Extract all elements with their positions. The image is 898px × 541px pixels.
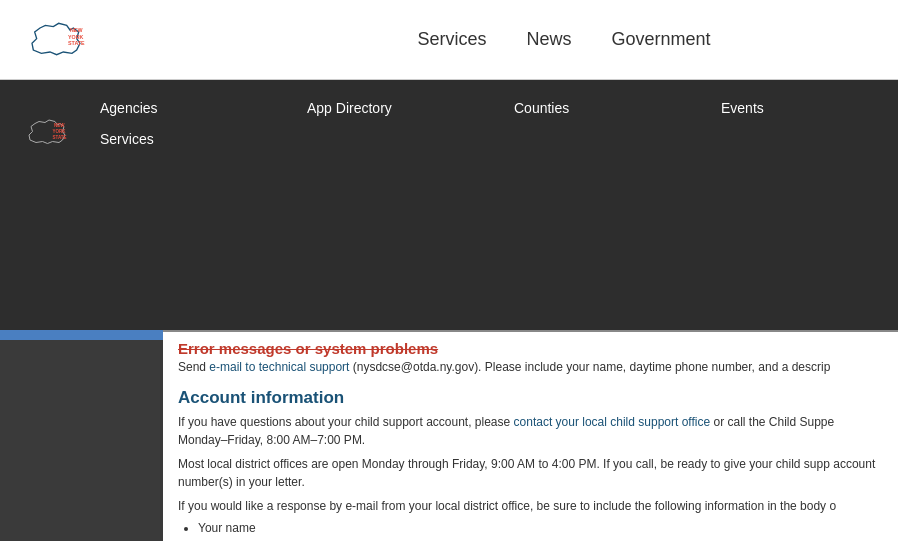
- svg-text:NEW: NEW: [70, 27, 83, 33]
- account-section: Account information If you have question…: [163, 382, 898, 541]
- account-para3: If you would like a response by e-mail f…: [178, 497, 883, 515]
- government-dropdown: NEW YORK STATE Agencies App Directory Co…: [0, 80, 898, 330]
- error-text-after: (nysdcse@otda.ny.gov). Please include yo…: [349, 360, 830, 374]
- error-heading: Error messages or system problems: [178, 340, 883, 357]
- svg-text:STATE: STATE: [68, 40, 85, 46]
- svg-text:STATE: STATE: [53, 135, 67, 140]
- error-section: Error messages or system problems Send e…: [163, 330, 898, 382]
- dropdown-links-grid: Agencies App Directory Counties Events S…: [100, 100, 878, 147]
- bullet-your-name: Your name: [198, 521, 883, 535]
- svg-text:YORK: YORK: [53, 129, 67, 134]
- dropdown-app-directory[interactable]: App Directory: [307, 100, 464, 116]
- error-email-link[interactable]: e-mail to technical support: [209, 360, 349, 374]
- account-para2: Most local district offices are open Mon…: [178, 455, 883, 491]
- account-para1: If you have questions about your child s…: [178, 413, 883, 449]
- nav-services[interactable]: Services: [417, 29, 486, 50]
- ny-state-logo: NEW YORK STATE: [20, 10, 100, 70]
- nav-news[interactable]: News: [526, 29, 571, 50]
- dropdown-events[interactable]: Events: [721, 100, 878, 116]
- account-heading: Account information: [178, 388, 883, 408]
- error-text: Send e-mail to technical support (nysdcs…: [178, 360, 883, 374]
- dropdown-services[interactable]: Services: [100, 131, 257, 147]
- account-bullet-list: Your name: [178, 521, 883, 535]
- nav-links: Services News Government: [250, 29, 878, 50]
- svg-text:NEW: NEW: [54, 123, 65, 128]
- account-para1-before: If you have questions about your child s…: [178, 415, 514, 429]
- top-navigation: NEW YORK STATE Services News Government: [0, 0, 898, 80]
- ny-logo-dropdown: NEW YORK STATE: [20, 105, 80, 160]
- dropdown-agencies[interactable]: Agencies: [100, 100, 257, 116]
- dropdown-counties[interactable]: Counties: [514, 100, 671, 116]
- svg-text:YORK: YORK: [68, 33, 84, 39]
- nav-government[interactable]: Government: [612, 29, 711, 50]
- logo-area: NEW YORK STATE: [20, 10, 250, 70]
- content-below-dropdown: Error messages or system problems Send e…: [163, 330, 898, 541]
- error-text-before: Send: [178, 360, 209, 374]
- account-local-office-link[interactable]: contact your local child support office: [514, 415, 711, 429]
- dropdown-logo: NEW YORK STATE: [20, 105, 80, 163]
